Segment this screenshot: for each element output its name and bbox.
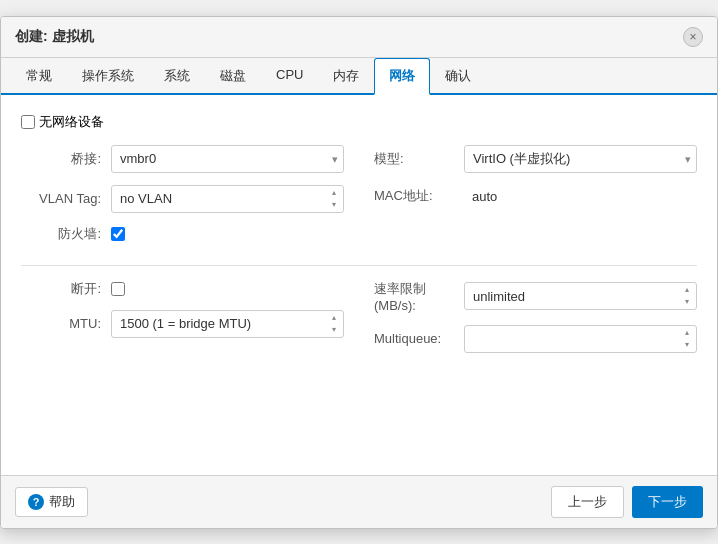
rate-spinner: ▴ ▾ — [464, 282, 697, 310]
rate-spinner-arrows: ▴ ▾ — [679, 282, 695, 310]
mtu-row: MTU: ▴ ▾ — [21, 310, 344, 338]
footer: ? 帮助 上一步 下一步 — [1, 475, 717, 528]
divider — [21, 265, 697, 266]
help-button[interactable]: ? 帮助 — [15, 487, 88, 517]
title-bar: 创建: 虚拟机 × — [1, 17, 717, 58]
tab-general[interactable]: 常规 — [11, 58, 67, 95]
model-row: 模型: VirtIO (半虚拟化) — [374, 145, 697, 173]
no-network-row: 无网络设备 — [21, 113, 697, 131]
footer-right: 上一步 下一步 — [551, 486, 703, 518]
model-label: 模型: — [374, 150, 464, 168]
multiqueue-label: Multiqueue: — [374, 331, 464, 346]
disconnect-checkbox-wrapper — [111, 282, 129, 296]
bridge-row: 桥接: vmbr0 — [21, 145, 344, 173]
create-vm-dialog: 创建: 虚拟机 × 常规 操作系统 系统 磁盘 CPU 内存 网络 确认 无网络… — [0, 16, 718, 529]
rate-row: 速率限制 (MB/s): ▴ ▾ — [374, 280, 697, 313]
rate-label: 速率限制 (MB/s): — [374, 280, 464, 313]
rate-input[interactable] — [464, 282, 697, 310]
mac-row: MAC地址: auto — [374, 185, 697, 208]
right-column-2: 速率限制 (MB/s): ▴ ▾ Multiqueue: — [374, 280, 697, 365]
right-column: 模型: VirtIO (半虚拟化) MAC地址: auto — [374, 145, 697, 255]
tab-memory[interactable]: 内存 — [318, 58, 374, 95]
mtu-label: MTU: — [21, 316, 111, 331]
tab-bar: 常规 操作系统 系统 磁盘 CPU 内存 网络 确认 — [1, 58, 717, 95]
tab-os[interactable]: 操作系统 — [67, 58, 149, 95]
multiqueue-up[interactable]: ▴ — [679, 327, 695, 339]
bridge-select[interactable]: vmbr0 — [111, 145, 344, 173]
no-network-checkbox[interactable] — [21, 115, 35, 129]
help-label: 帮助 — [49, 493, 75, 511]
firewall-checkbox[interactable] — [111, 227, 125, 241]
multiqueue-row: Multiqueue: ▴ ▾ — [374, 325, 697, 353]
disconnect-row: 断开: — [21, 280, 344, 298]
firewall-row: 防火墙: — [21, 225, 344, 243]
disconnect-checkbox[interactable] — [111, 282, 125, 296]
next-button[interactable]: 下一步 — [632, 486, 703, 518]
form-grid: 桥接: vmbr0 VLAN Tag: ▴ ▾ — [21, 145, 697, 255]
multiqueue-spinner: ▴ ▾ — [464, 325, 697, 353]
back-button[interactable]: 上一步 — [551, 486, 624, 518]
firewall-checkbox-wrapper — [111, 227, 129, 241]
firewall-label: 防火墙: — [21, 225, 111, 243]
left-column: 桥接: vmbr0 VLAN Tag: ▴ ▾ — [21, 145, 344, 255]
mac-value: auto — [464, 185, 505, 208]
footer-left: ? 帮助 — [15, 487, 88, 517]
mac-label: MAC地址: — [374, 187, 464, 205]
model-select-wrapper: VirtIO (半虚拟化) — [464, 145, 697, 173]
mtu-down[interactable]: ▾ — [326, 324, 342, 336]
mtu-spinner-arrows: ▴ ▾ — [326, 310, 342, 338]
close-button[interactable]: × — [683, 27, 703, 47]
help-icon: ? — [28, 494, 44, 510]
tab-confirm[interactable]: 确认 — [430, 58, 486, 95]
vlan-up[interactable]: ▴ — [326, 187, 342, 199]
bridge-label: 桥接: — [21, 150, 111, 168]
disconnect-label: 断开: — [21, 280, 111, 298]
vlan-spinner: ▴ ▾ — [111, 185, 344, 213]
tab-network[interactable]: 网络 — [374, 58, 430, 95]
vlan-down[interactable]: ▾ — [326, 199, 342, 211]
vlan-row: VLAN Tag: ▴ ▾ — [21, 185, 344, 213]
multiqueue-down[interactable]: ▾ — [679, 339, 695, 351]
rate-down[interactable]: ▾ — [679, 296, 695, 308]
tab-disk[interactable]: 磁盘 — [205, 58, 261, 95]
mtu-up[interactable]: ▴ — [326, 312, 342, 324]
tab-cpu[interactable]: CPU — [261, 58, 318, 95]
vlan-label: VLAN Tag: — [21, 191, 111, 206]
vlan-spinner-arrows: ▴ ▾ — [326, 185, 342, 213]
multiqueue-input[interactable] — [464, 325, 697, 353]
rate-up[interactable]: ▴ — [679, 284, 695, 296]
mtu-spinner: ▴ ▾ — [111, 310, 344, 338]
no-network-label: 无网络设备 — [39, 113, 104, 131]
bridge-select-wrapper: vmbr0 — [111, 145, 344, 173]
tab-system[interactable]: 系统 — [149, 58, 205, 95]
model-select[interactable]: VirtIO (半虚拟化) — [464, 145, 697, 173]
multiqueue-spinner-arrows: ▴ ▾ — [679, 325, 695, 353]
left-column-2: 断开: MTU: ▴ ▾ — [21, 280, 344, 365]
mtu-input[interactable] — [111, 310, 344, 338]
dialog-title: 创建: 虚拟机 — [15, 28, 94, 46]
form-grid-2: 断开: MTU: ▴ ▾ — [21, 280, 697, 365]
vlan-input[interactable] — [111, 185, 344, 213]
form-content: 无网络设备 桥接: vmbr0 VLAN Tag: — [1, 95, 717, 475]
